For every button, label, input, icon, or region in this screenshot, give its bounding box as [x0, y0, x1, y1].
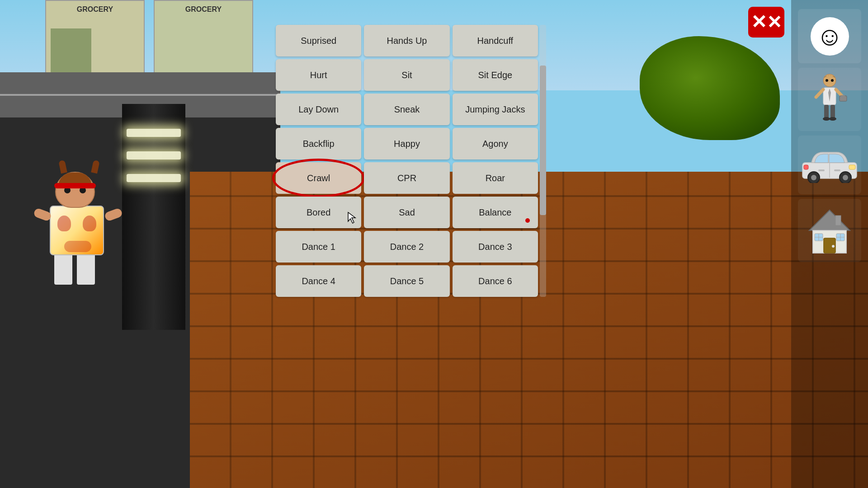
- svg-marker-23: [809, 210, 850, 230]
- svg-rect-18: [849, 165, 855, 169]
- emote-hurt[interactable]: Hurt: [276, 59, 361, 91]
- smiley-face: ☺: [811, 17, 849, 56]
- standing-figure-svg: [811, 72, 848, 127]
- road-line: [0, 94, 280, 96]
- char-arm-right: [104, 207, 123, 222]
- emote-sit[interactable]: Sit: [364, 59, 449, 91]
- svg-point-1: [826, 79, 828, 82]
- svg-point-2: [831, 79, 834, 82]
- svg-point-26: [832, 245, 835, 248]
- emote-handcuff[interactable]: Handcuff: [453, 25, 538, 56]
- emote-grid-container: Suprised Hands Up Handcuff Hurt Sit Sit …: [276, 25, 538, 297]
- emote-cpr[interactable]: CPR: [364, 162, 449, 194]
- emote-bored[interactable]: Bored: [276, 197, 361, 228]
- emote-backflip[interactable]: Backflip: [276, 128, 361, 160]
- emote-agony[interactable]: Agony: [453, 128, 538, 160]
- close-button[interactable]: ✕: [748, 7, 784, 38]
- pillar-glow-1: [127, 129, 181, 137]
- panel-car-item: [798, 136, 861, 194]
- svg-rect-33: [835, 216, 841, 225]
- char-horn-left: [58, 160, 67, 174]
- svg-point-0: [823, 74, 836, 87]
- svg-line-5: [816, 89, 823, 97]
- char-body: [50, 206, 104, 255]
- store-right: GROCERY: [154, 0, 253, 75]
- emote-roar[interactable]: Roar: [453, 162, 538, 194]
- emote-crawl[interactable]: Crawl: [276, 162, 361, 194]
- house-icon-svg: [805, 206, 854, 255]
- emote-sit-edge[interactable]: Sit Edge: [453, 59, 538, 91]
- emote-happy[interactable]: Happy: [364, 128, 449, 160]
- char-head: [55, 172, 95, 208]
- svg-rect-9: [824, 105, 829, 118]
- emote-menu: Suprised Hands Up Handcuff Hurt Sit Sit …: [276, 25, 538, 297]
- panel-house-item: [798, 199, 861, 262]
- panel-figure-item: [798, 68, 861, 131]
- scrollbar-track[interactable]: [540, 25, 546, 297]
- emote-hands-up[interactable]: Hands Up: [364, 25, 449, 56]
- emote-surprised[interactable]: Suprised: [276, 25, 361, 56]
- char-headband: [54, 183, 96, 188]
- svg-point-12: [829, 117, 836, 121]
- emote-dance-6[interactable]: Dance 6: [453, 265, 538, 297]
- svg-rect-19: [804, 165, 808, 169]
- emote-grid: Suprised Hands Up Handcuff Hurt Sit Sit …: [276, 25, 538, 297]
- emote-dance-3[interactable]: Dance 3: [453, 231, 538, 263]
- emote-jumping-jacks[interactable]: Jumping Jacks: [453, 94, 538, 125]
- svg-point-11: [823, 117, 830, 121]
- svg-rect-21: [818, 169, 825, 171]
- svg-point-15: [811, 175, 816, 180]
- emote-sad[interactable]: Sad: [364, 197, 449, 228]
- store-left: GROCERY: [45, 0, 145, 75]
- emote-dance-5[interactable]: Dance 5: [364, 265, 449, 297]
- char-horn-right: [91, 160, 100, 174]
- svg-point-17: [843, 175, 848, 180]
- scrollbar-thumb[interactable]: [540, 66, 546, 215]
- emote-balance[interactable]: Balance: [453, 197, 538, 228]
- svg-rect-22: [834, 169, 840, 171]
- emote-dance-1[interactable]: Dance 1: [276, 231, 361, 263]
- emote-dance-2[interactable]: Dance 2: [364, 231, 449, 263]
- close-icon: ✕: [751, 13, 767, 32]
- emote-lay-down[interactable]: Lay Down: [276, 94, 361, 125]
- char-arm-left: [33, 207, 52, 222]
- player-character: [23, 158, 136, 321]
- store-label-left: GROCERY: [77, 5, 113, 14]
- balance-red-dot: [525, 218, 530, 223]
- store-label-right: GROCERY: [185, 5, 222, 14]
- right-panel: ☺: [791, 0, 868, 488]
- panel-smiley-item: ☺: [798, 9, 861, 63]
- emote-dance-4[interactable]: Dance 4: [276, 265, 361, 297]
- svg-rect-10: [830, 105, 835, 118]
- svg-rect-7: [840, 96, 847, 101]
- emote-sneak[interactable]: Sneak: [364, 94, 449, 125]
- store-door-left: [51, 28, 91, 74]
- car-icon-svg: [800, 147, 859, 183]
